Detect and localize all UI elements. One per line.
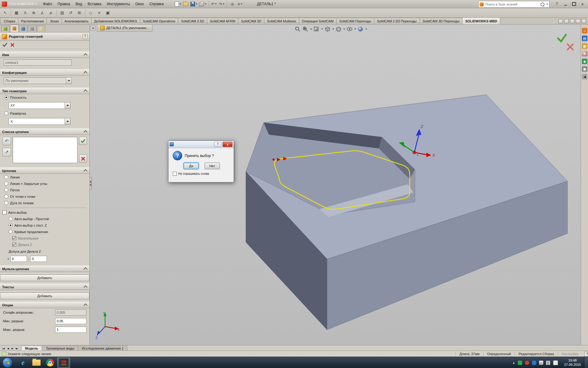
- point-to-point-radio[interactable]: [4, 194, 8, 198]
- plane-radio[interactable]: [4, 95, 8, 99]
- accept-chain-button[interactable]: [79, 137, 87, 145]
- menu-tools[interactable]: Инструменты: [104, 1, 133, 7]
- zoom-fit-button[interactable]: [294, 26, 301, 33]
- tab-solidcam-25d-transitions[interactable]: SolidCAM 2.5D Переходы: [374, 18, 420, 24]
- unfold-radio-row[interactable]: Развёртка: [0, 110, 89, 117]
- search-icon[interactable]: [541, 2, 545, 6]
- taskbar-ie-button[interactable]: e: [17, 358, 29, 368]
- reject-chain-button[interactable]: [79, 155, 87, 163]
- menu-view[interactable]: Вид: [73, 1, 85, 7]
- chevron-down-icon[interactable]: [321, 29, 323, 30]
- document-manager-icon[interactable]: ▣: [582, 66, 587, 72]
- flyout-tree-toggle-icon[interactable]: ⊞: [91, 26, 96, 31]
- tab-solidcam-multiaxis[interactable]: SolidCAM Multiaxis: [264, 18, 299, 24]
- chevron-down-icon[interactable]: [365, 29, 367, 30]
- panel-splitter-handle[interactable]: [89, 177, 92, 190]
- bluetooth-tray-icon[interactable]: [532, 361, 536, 365]
- dont-ask-again-row[interactable]: Не спрашивать снова: [173, 172, 209, 176]
- display-manager-tab[interactable]: [37, 25, 45, 32]
- tab-sketch[interactable]: Эскиз: [47, 18, 62, 24]
- tab-solidcam-3d-transitions[interactable]: SolidCAM 3D Переходы: [420, 18, 463, 24]
- refresh-view-button[interactable]: ↺: [67, 9, 75, 17]
- chain-listbox[interactable]: [13, 137, 77, 163]
- display-style-button[interactable]: [335, 26, 342, 33]
- auto-select-row[interactable]: Авто-выбор: [0, 209, 89, 216]
- dimxpert-manager-tab[interactable]: [28, 25, 36, 32]
- dialog-help-button[interactable]: ?: [214, 142, 221, 147]
- tab-solidcam-transitions[interactable]: SolidCAM Переходы: [336, 18, 374, 24]
- network-tray-icon[interactable]: [546, 361, 550, 365]
- min-gap-field[interactable]: [55, 318, 86, 324]
- pane-close-icon[interactable]: [582, 19, 586, 23]
- delta-z-checkbox[interactable]: [12, 243, 16, 247]
- open-document-button[interactable]: [183, 1, 189, 7]
- status-settings[interactable]: Настройка: [558, 352, 582, 356]
- chain-start-point[interactable]: [273, 159, 275, 161]
- tolerance-minus-field[interactable]: [30, 256, 47, 262]
- rebuild-button[interactable]: ⊕: [229, 1, 236, 7]
- next-tab-button[interactable]: ▶: [10, 347, 14, 351]
- auto-select-checkbox[interactable]: [2, 210, 6, 214]
- search-input[interactable]: [485, 2, 539, 6]
- prev-tab-button[interactable]: ◀: [6, 347, 10, 351]
- viewport-ok-button[interactable]: [556, 33, 567, 43]
- window-layout-button[interactable]: ⊞: [75, 9, 83, 17]
- search-scope-chevron-icon[interactable]: [546, 4, 548, 5]
- show-desktop-button[interactable]: [584, 357, 588, 368]
- update-tray-icon[interactable]: [525, 361, 529, 365]
- new-document-button[interactable]: [175, 1, 182, 7]
- list-tool-button[interactable]: ≡: [95, 9, 103, 17]
- pick-chain-button[interactable]: ↗: [2, 148, 11, 156]
- chain-section-header[interactable]: Цепочка: [0, 167, 89, 174]
- chain-option-line-corners[interactable]: Линия + Закрытые углы: [0, 180, 89, 187]
- pm-help-icon[interactable]: ?: [83, 34, 88, 39]
- appearances-icon[interactable]: ●: [582, 51, 587, 56]
- chain-option-point-to-point[interactable]: От точки к точке: [0, 193, 89, 200]
- tab-layout[interactable]: Расположение: [18, 18, 47, 24]
- restore-button[interactable]: [571, 1, 577, 7]
- dropdown-arrow-button[interactable]: [65, 102, 70, 109]
- select-tool-button[interactable]: ↖: [1, 9, 9, 17]
- plane-radio-row[interactable]: Плоскость: [0, 94, 89, 101]
- chevron-down-icon[interactable]: [343, 29, 345, 30]
- pane-toggle-icon[interactable]: [558, 19, 563, 23]
- menu-edit[interactable]: Правка: [55, 1, 73, 7]
- unfold-radio[interactable]: [4, 111, 8, 115]
- chain-option-loop[interactable]: Петля: [0, 187, 89, 193]
- tangent-checkbox[interactable]: [12, 236, 16, 240]
- tab-solidcam-operation[interactable]: Операция SolidCAM: [299, 18, 337, 24]
- pane-toggle-icon[interactable]: [564, 19, 569, 23]
- hide-show-items-button[interactable]: [346, 26, 353, 33]
- first-tab-button[interactable]: |◀: [1, 347, 6, 351]
- arc-by-points-radio[interactable]: [4, 201, 8, 205]
- geometry-type-header[interactable]: Тип геометрии: [0, 88, 89, 94]
- dropdown-arrow-button[interactable]: [65, 118, 70, 125]
- document-tab[interactable]: ДЕТАЛЬ1 (По умолчанию...: [97, 25, 153, 32]
- custom-properties-icon[interactable]: ◆: [582, 59, 587, 64]
- view-orientation-button[interactable]: [324, 26, 331, 33]
- design-library-icon[interactable]: ▤: [582, 36, 587, 41]
- last-tab-button[interactable]: ▶|: [15, 347, 19, 351]
- no-button[interactable]: Нет: [205, 163, 220, 169]
- sketch-grid-button[interactable]: ▦: [13, 9, 21, 17]
- chain-option-arc-by-points[interactable]: Дуга по точкам: [0, 200, 89, 206]
- tolerance-plus-field[interactable]: [10, 256, 27, 262]
- section-view-button[interactable]: [313, 26, 320, 33]
- collapse-pane-icon[interactable]: ◀: [582, 74, 587, 79]
- help-button[interactable]: ?: [554, 1, 560, 7]
- chain-option-line[interactable]: Линия: [0, 174, 89, 180]
- menu-window[interactable]: Окно: [133, 1, 147, 7]
- menu-insert[interactable]: Вставка: [85, 1, 104, 7]
- texts-header[interactable]: Тексты: [0, 284, 89, 290]
- unfold-axis-dropdown[interactable]: X: [9, 118, 70, 125]
- print-button[interactable]: [199, 1, 207, 7]
- tab-solidworks-mbd[interactable]: SOLIDWORKS MBD: [462, 17, 500, 24]
- continuation-curves-row[interactable]: Кривые продолжения: [0, 228, 89, 235]
- options-header[interactable]: Опции: [0, 302, 89, 308]
- tab-3d-views[interactable]: Трехмерные виды: [42, 346, 78, 351]
- taskbar-chrome-button[interactable]: [44, 358, 56, 368]
- file-explorer-icon[interactable]: ▦: [582, 43, 587, 49]
- angle-dimension-button[interactable]: ∠: [38, 9, 46, 17]
- tab-assembly[interactable]: Сборка: [1, 18, 18, 24]
- tab-solidworks-addins[interactable]: Добавления SOLIDWORKS: [91, 18, 140, 24]
